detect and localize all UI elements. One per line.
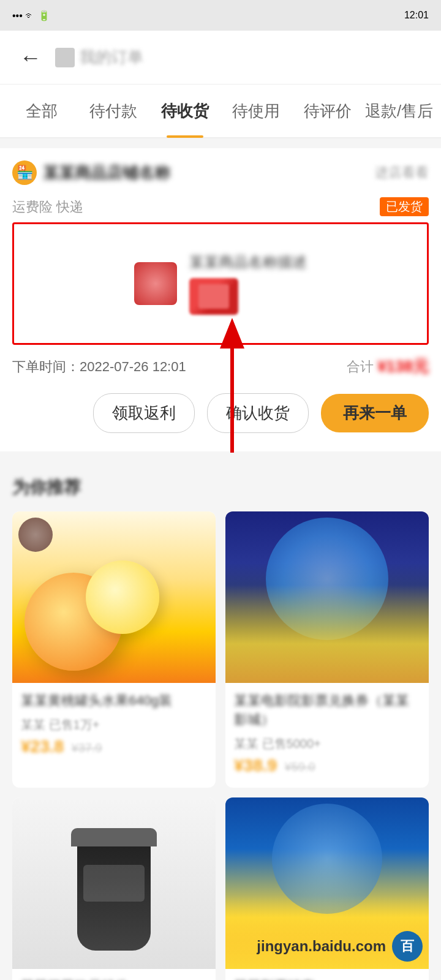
rec-item-fruit-title: 某某黄桃罐头水果640g装 xyxy=(21,692,207,710)
status-bar-left: ••• ᯤ 🔋 xyxy=(12,10,50,21)
reorder-button[interactable]: 再来一单 xyxy=(321,394,429,432)
rec-item-movie-info: 某某电影院影票兑换券（某某影城） 某某 已售5000+ ¥38.9 ¥59.0 xyxy=(225,683,429,788)
store-icon: 🏪 xyxy=(12,160,37,185)
rec-item-movie2-info: 某某影票特惠 ¥35.0 xyxy=(225,969,429,980)
shipping-row: 运费险 快递 已发货 xyxy=(12,191,429,222)
header-title: 我的订单 xyxy=(55,47,429,68)
rec-item-movie-title: 某某电影院影票兑换券（某某影城） xyxy=(234,692,420,729)
tab-refund[interactable]: 退款/售后 xyxy=(363,84,435,138)
svg-marker-1 xyxy=(220,318,244,349)
order-card: 🏪 某某商品店铺名称 进店看看 运费险 快递 已发货 某某商品名称描述 xyxy=(0,148,441,451)
order-price: ¥138元 xyxy=(377,356,429,377)
tab-bar: 全部 待付款 待收货 待使用 待评价 退款/售后 xyxy=(0,85,441,138)
status-bar: ••• ᯤ 🔋 12:01 xyxy=(0,0,441,31)
tab-pending-receive[interactable]: 待收货 xyxy=(149,84,221,138)
rec-item-movie-price-row: ¥38.9 ¥59.0 xyxy=(234,756,420,775)
tab-pending-review[interactable]: 待评价 xyxy=(292,84,364,138)
rec-item-drink[interactable]: 某某奶茶饮品特价 ¥12.0 xyxy=(12,797,216,980)
order-total: 合计 ¥138元 xyxy=(347,356,429,377)
tab-pending-pay[interactable]: 待付款 xyxy=(78,84,149,138)
header-title-text: 我的订单 xyxy=(80,47,143,68)
movie-people-silhouette xyxy=(225,585,429,683)
rec-item-fruit-info: 某某黄桃罐头水果640g装 某某 已售1万+ ¥23.8 ¥37.9 xyxy=(12,683,216,769)
order-time: 下单时间：2022-07-26 12:01 xyxy=(12,358,186,376)
rec-item-fruit-price-old: ¥37.9 xyxy=(72,741,102,755)
store-left: 🏪 某某商品店铺名称 xyxy=(12,160,170,185)
back-button[interactable]: ← xyxy=(12,39,49,76)
search-icon xyxy=(55,48,75,67)
rec-grid: 某某黄桃罐头水果640g装 某某 已售1万+ ¥23.8 ¥37.9 某某电影院… xyxy=(12,511,429,788)
store-visit-link[interactable]: 进店看看 xyxy=(375,164,429,182)
watermark-icon: 百 xyxy=(392,931,423,962)
fruit-circle-2 xyxy=(86,560,159,634)
product-thumbnail xyxy=(134,262,177,305)
product-info: 某某商品名称描述 xyxy=(189,252,307,315)
rec-item-fruit[interactable]: 某某黄桃罐头水果640g装 某某 已售1万+ ¥23.8 ¥37.9 xyxy=(12,511,216,788)
status-bar-right: 12:01 xyxy=(404,10,429,21)
shipping-info: 运费险 快递 xyxy=(12,198,83,216)
rec-item-movie2-title: 某某影票特惠 xyxy=(234,978,420,980)
product-highlight-wrapper: 某某商品名称描述 xyxy=(12,222,429,345)
rec-item-fruit-price-row: ¥23.8 ¥37.9 xyxy=(21,737,207,756)
product-name: 某某商品名称描述 xyxy=(189,252,307,272)
rec-item-movie[interactable]: 某某电影院影票兑换券（某某影城） 某某 已售5000+ ¥38.9 ¥59.0 xyxy=(225,511,429,788)
back-arrow-icon: ← xyxy=(20,45,42,70)
movie-product-image xyxy=(225,511,429,683)
shipping-status-badge: 已发货 xyxy=(380,197,429,216)
rec-item-movie-price: ¥38.9 xyxy=(234,756,277,775)
rec-item-movie-meta: 某某 已售5000+ xyxy=(234,736,420,752)
product-tag xyxy=(189,278,238,315)
rec-item-fruit-meta: 某某 已售1万+ xyxy=(21,717,207,733)
annotation-arrow xyxy=(195,318,269,455)
store-name[interactable]: 某某商品店铺名称 xyxy=(43,162,170,184)
drink-cup-shape xyxy=(77,840,151,951)
rec-item-drink-title: 某某奶茶饮品特价 xyxy=(21,978,207,980)
rec-title: 为你推荐 xyxy=(12,476,429,499)
tab-pending-use[interactable]: 待使用 xyxy=(221,84,292,138)
store-row: 🏪 某某商品店铺名称 进店看看 xyxy=(12,148,429,191)
rec-item-fruit-price: ¥23.8 xyxy=(21,737,64,756)
order-total-label: 合计 xyxy=(347,358,374,376)
drink-product-image xyxy=(12,797,216,969)
rebate-button[interactable]: 领取返利 xyxy=(93,393,195,433)
avatar xyxy=(18,518,53,552)
rec-item-drink-info: 某某奶茶饮品特价 ¥12.0 xyxy=(12,969,216,980)
watermark-text: jingyan.baidu.com xyxy=(257,938,386,955)
red-arrow-svg xyxy=(195,318,269,453)
drink-cup-label xyxy=(83,865,145,902)
header: ← 我的订单 xyxy=(0,31,441,85)
tab-all[interactable]: 全部 xyxy=(6,84,78,138)
watermark: jingyan.baidu.com 百 xyxy=(257,931,423,962)
recommendation-section: 为你推荐 某某黄桃罐头水果640g装 某某 已售1万+ ¥23.8 ¥37.9 xyxy=(0,464,441,788)
rec-item-movie-price-old: ¥59.0 xyxy=(285,760,315,774)
